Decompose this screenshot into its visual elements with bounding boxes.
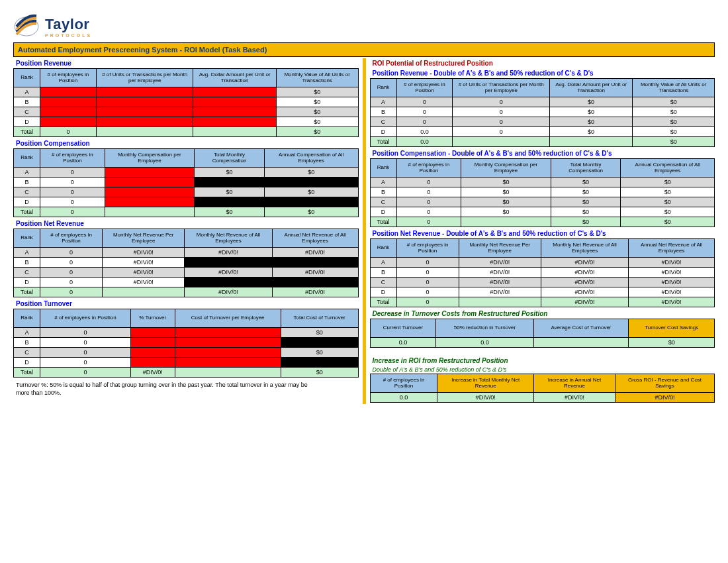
header-cell: Avg. Dollar Amount per Unit or Transacti… — [193, 69, 276, 87]
section-netrevenue-title: Position Net Revenue — [13, 219, 359, 229]
table-roi-increase: # of employees in Position Increase in T… — [370, 374, 715, 403]
table-position-turnover: Rank # of employees in Position % Turnov… — [13, 309, 359, 378]
logo: Taylor PROTOCOLS — [13, 13, 715, 40]
right-sec2-title: Position Compensation - Double of A's & … — [370, 148, 715, 158]
table-restructured-netrevenue: Rank # of employees in Position Monthly … — [370, 238, 715, 307]
left-panel: Position Revenue Rank # of employees in … — [13, 58, 366, 404]
table-position-compensation: Rank # of employees in Position Monthly … — [13, 148, 359, 217]
logo-name: Taylor — [45, 16, 92, 33]
section-revenue-title: Position Revenue — [13, 58, 359, 68]
right-panel: ROI Potential of Restructured Position P… — [366, 58, 715, 404]
logo-icon — [13, 13, 40, 40]
header-cell: # of Units or Transactions per Month per… — [96, 69, 193, 87]
roi-potential-title: ROI Potential of Restructured Position — [370, 58, 715, 68]
table-restructured-revenue: Rank # of employees in Position # of Uni… — [370, 78, 715, 147]
logo-subtitle: PROTOCOLS — [45, 33, 92, 38]
right-sec5-sub: Double of A's & B's and 50% reduction of… — [370, 366, 715, 374]
header-cell: # of employees in Position — [40, 69, 97, 87]
right-sec3-title: Position Net Revenue - Double of A's & B… — [370, 229, 715, 238]
header-cell: Rank — [14, 69, 40, 87]
section-turnover-title: Position Turnover — [13, 299, 359, 309]
right-sec4-title: Decrease in Turnover Costs from Restruct… — [370, 309, 715, 319]
table-restructured-compensation: Rank # of employees in Position Monthly … — [370, 158, 715, 227]
table-position-revenue: Rank # of employees in Position # of Uni… — [13, 68, 359, 137]
header-cell: Monthly Value of All Units or Transactio… — [276, 69, 358, 87]
table-turnover-savings: Current Turnover 50% reduction in Turnov… — [370, 319, 715, 348]
page-title: Automated Employment Prescreening System… — [13, 42, 715, 57]
turnover-note: Turnover %: 50% is equal to half of that… — [13, 379, 318, 399]
right-sec1-title: Position Revenue - Double of A's & B's a… — [370, 68, 715, 78]
section-compensation-title: Position Compensation — [13, 138, 359, 148]
table-position-netrevenue: Rank # of employees in Position Monthly … — [13, 229, 359, 297]
right-sec5-title: Increase in ROI from Restructured Positi… — [370, 356, 715, 366]
